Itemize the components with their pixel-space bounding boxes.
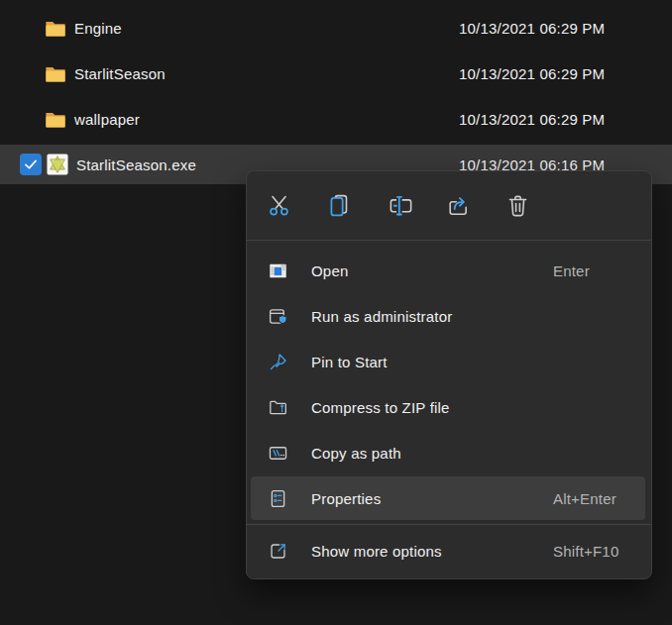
menu-item-label: Open — [311, 262, 349, 279]
folder-icon — [45, 108, 66, 130]
folder-icon — [45, 62, 66, 84]
menu-item-shortcut: Shift+F10 — [553, 543, 618, 560]
copy-as-path-icon — [267, 442, 288, 464]
menu-item-run-as-administrator[interactable]: Run as administrator — [251, 294, 645, 338]
share-icon[interactable] — [437, 185, 479, 227]
copy-icon[interactable] — [318, 185, 360, 227]
show-more-icon — [267, 540, 288, 562]
menu-item-pin-to-start[interactable]: Pin to Start — [251, 340, 645, 383]
open-icon — [267, 260, 288, 281]
file-list: Engine 10/13/2021 06:29 PM StarlitSeason… — [0, 0, 672, 187]
file-date: 10/13/2021 06:29 PM — [459, 20, 605, 37]
file-date: 10/13/2021 06:29 PM — [459, 65, 605, 82]
menu-item-compress-to-zip[interactable]: Compress to ZIP file — [251, 385, 645, 429]
menu-item-shortcut: Alt+Enter — [553, 490, 616, 507]
menu-item-copy-as-path[interactable]: Copy as path — [251, 431, 645, 474]
file-name: StarlitSeason.exe — [76, 156, 196, 173]
context-menu-icon-bar — [247, 171, 651, 241]
cut-icon[interactable] — [258, 185, 299, 227]
compress-zip-icon — [267, 396, 288, 418]
delete-icon[interactable] — [497, 185, 538, 227]
file-name: Engine — [74, 20, 122, 37]
menu-item-shortcut: Enter — [553, 262, 590, 279]
menu-item-show-more-options[interactable]: Show more options Shift+F10 — [251, 529, 645, 573]
run-as-admin-icon — [267, 305, 288, 327]
menu-item-label: Compress to ZIP file — [311, 399, 450, 416]
file-name: wallpaper — [74, 111, 140, 128]
properties-icon — [267, 487, 288, 509]
file-row-wallpaper[interactable]: wallpaper 10/13/2021 06:29 PM — [0, 96, 672, 142]
menu-item-label: Show more options — [311, 543, 442, 560]
rename-icon[interactable] — [380, 185, 421, 227]
pin-to-start-icon — [267, 351, 288, 372]
menu-item-label: Copy as path — [311, 445, 401, 462]
file-date: 10/13/2021 06:29 PM — [459, 111, 605, 128]
menu-item-label: Run as administrator — [311, 308, 452, 325]
file-name: StarlitSeason — [74, 65, 166, 82]
folder-icon — [45, 17, 66, 39]
context-menu-items: Open Enter Run as administrator Pi — [247, 241, 651, 578]
exe-app-icon — [47, 154, 68, 175]
file-row-starlitseason[interactable]: StarlitSeason 10/13/2021 06:29 PM — [0, 51, 672, 96]
menu-item-open[interactable]: Open Enter — [251, 249, 645, 292]
context-menu: Open Enter Run as administrator Pi — [246, 170, 652, 579]
menu-item-label: Properties — [311, 490, 381, 507]
menu-item-label: Pin to Start — [311, 354, 388, 370]
row-checkbox[interactable] — [20, 154, 42, 175]
menu-item-properties[interactable]: Properties Alt+Enter — [251, 476, 645, 520]
file-row-engine[interactable]: Engine 10/13/2021 06:29 PM — [0, 5, 672, 51]
menu-divider — [247, 524, 651, 525]
